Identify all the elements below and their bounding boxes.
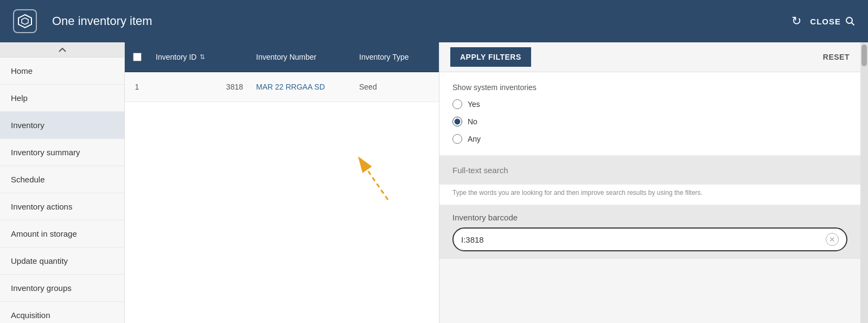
- full-text-search-hint: Type the words you are looking for and t…: [439, 185, 860, 204]
- close-button[interactable]: CLOSE: [810, 16, 855, 26]
- radio-any[interactable]: Any: [452, 134, 847, 144]
- sidebar-item-acquisition[interactable]: Acquisition: [0, 302, 124, 323]
- svg-marker-0: [18, 15, 31, 28]
- show-system-inventories-radio-group: Yes No Any: [452, 99, 847, 144]
- radio-no-label: No: [468, 117, 477, 126]
- barcode-clear-button[interactable]: ✕: [826, 233, 839, 246]
- table-row[interactable]: 1 3818 MAR 22 RRGAA SD Seed MAR: [125, 72, 439, 102]
- radio-any-input[interactable]: [452, 134, 462, 144]
- sidebar-item-home[interactable]: Home: [0, 58, 124, 85]
- radio-yes-label: Yes: [468, 100, 480, 109]
- cell-inventory-type: Seed: [353, 83, 439, 91]
- radio-no[interactable]: No: [452, 117, 847, 126]
- sidebar-item-inventory[interactable]: Inventory: [0, 112, 124, 139]
- sidebar-item-inventory-groups[interactable]: Inventory groups: [0, 275, 124, 302]
- clear-icon: ✕: [829, 235, 835, 244]
- inventory-barcode-input-row: ✕: [452, 227, 847, 251]
- search-icon: [845, 16, 855, 26]
- column-header-id: Inventory ID ⇅: [149, 53, 250, 61]
- radio-yes-input[interactable]: [452, 99, 462, 109]
- sidebar-item-inventory-actions[interactable]: Inventory actions: [0, 193, 124, 220]
- inventory-barcode-section: Inventory barcode ✕: [439, 205, 860, 259]
- refresh-icon[interactable]: ↻: [792, 14, 801, 28]
- column-header-type: Inventory Type: [353, 53, 439, 61]
- radio-yes[interactable]: Yes: [452, 99, 847, 109]
- sidebar-item-help[interactable]: Help: [0, 85, 124, 112]
- sidebar-item-update-quantity[interactable]: Update quantity: [0, 248, 124, 275]
- svg-marker-1: [22, 18, 28, 24]
- main-layout: Home Help Inventory Inventory summary Sc…: [0, 42, 868, 323]
- column-header-number: Inventory Number: [250, 53, 353, 61]
- inventory-barcode-input[interactable]: [461, 235, 826, 244]
- full-text-search-wrapper: [439, 156, 860, 185]
- sidebar-item-schedule[interactable]: Schedule: [0, 166, 124, 193]
- sidebar-scroll-up[interactable]: [0, 42, 124, 58]
- reset-button[interactable]: RESET: [823, 53, 850, 61]
- header-actions: ↻ CLOSE: [792, 14, 855, 28]
- filter-panel: APPLY FILTERS RESET Show system inventor…: [439, 42, 860, 323]
- table-header: Inventory ID ⇅ Inventory Number Inventor…: [125, 42, 439, 72]
- logo-icon: [13, 9, 37, 33]
- show-system-inventories-title: Show system inventories: [452, 83, 847, 92]
- select-all-checkbox[interactable]: [133, 53, 142, 61]
- row-number: 1: [125, 83, 149, 91]
- header: One inventory item ↻ CLOSE: [0, 0, 868, 42]
- show-system-inventories-section: Show system inventories Yes No Any: [439, 72, 860, 155]
- right-scrollbar[interactable]: [860, 42, 868, 323]
- sidebar-item-inventory-summary[interactable]: Inventory summary: [0, 139, 124, 166]
- cell-inventory-id: 3818: [149, 83, 250, 91]
- sidebar: Home Help Inventory Inventory summary Sc…: [0, 42, 125, 323]
- inventory-table: Inventory ID ⇅ Inventory Number Inventor…: [125, 42, 439, 323]
- filter-top-bar: APPLY FILTERS RESET: [439, 42, 860, 72]
- apply-filters-button[interactable]: APPLY FILTERS: [450, 47, 531, 67]
- svg-point-2: [846, 17, 852, 23]
- page-title: One inventory item: [52, 14, 792, 28]
- select-all-checkbox-cell[interactable]: [125, 53, 149, 61]
- inventory-barcode-label: Inventory barcode: [452, 213, 847, 222]
- radio-any-label: Any: [468, 135, 481, 143]
- full-text-search-input[interactable]: [452, 163, 847, 177]
- svg-line-3: [852, 23, 854, 26]
- content-area: Inventory ID ⇅ Inventory Number Inventor…: [125, 42, 868, 323]
- sort-icon-id[interactable]: ⇅: [200, 53, 205, 61]
- sidebar-item-amount-in-storage[interactable]: Amount in storage: [0, 220, 124, 248]
- radio-no-input[interactable]: [452, 117, 462, 126]
- scroll-thumb[interactable]: [861, 45, 867, 66]
- cell-inventory-number[interactable]: MAR 22 RRGAA SD: [250, 83, 353, 91]
- full-text-search-section: Type the words you are looking for and t…: [439, 156, 860, 204]
